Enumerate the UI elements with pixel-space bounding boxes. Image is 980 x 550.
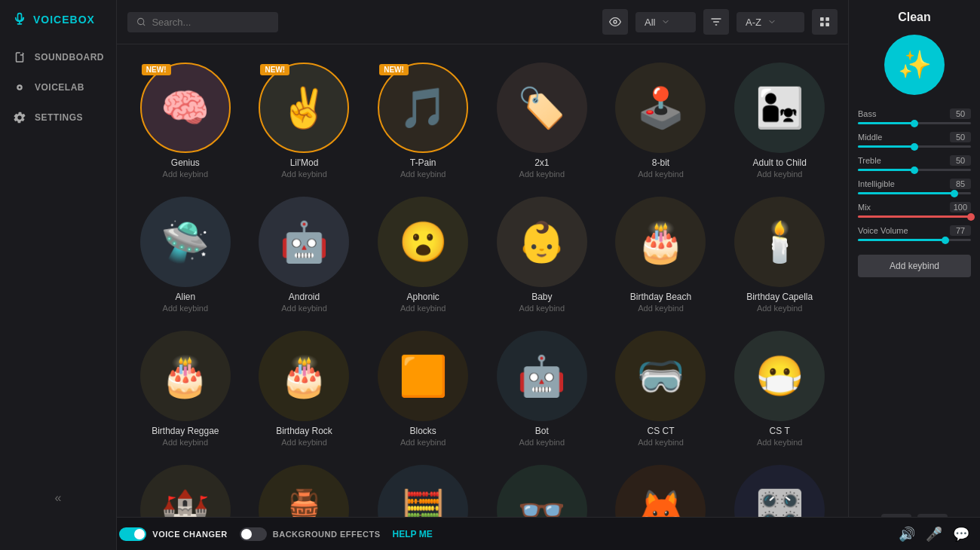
grid-customize-icon bbox=[819, 16, 831, 28]
slider-track[interactable] bbox=[858, 239, 971, 241]
sidebar-collapse-btn[interactable]: « bbox=[0, 484, 116, 512]
search-box[interactable] bbox=[127, 12, 278, 32]
help-link[interactable]: HELP ME bbox=[393, 529, 433, 539]
voice-card-adult-to-child[interactable]: 👨‍👧 Adult to Child Add keybind bbox=[723, 57, 836, 185]
sort-icon bbox=[710, 16, 722, 28]
voice-card-cs-ct[interactable]: 🥽 CS CT Add keybind bbox=[605, 325, 718, 453]
voice-card-baby[interactable]: 👶 Baby Add keybind bbox=[485, 191, 599, 319]
microphone-icon[interactable]: 🎤 bbox=[926, 526, 942, 542]
slider-track[interactable] bbox=[858, 192, 971, 194]
voice-keybind[interactable]: Add keybind bbox=[519, 170, 565, 179]
right-panel: Clean ✨ Bass 50 Middle 50 Treble bbox=[848, 0, 980, 550]
voice-card-android[interactable]: 🤖 Android Add keybind bbox=[248, 191, 361, 319]
slider-track[interactable] bbox=[858, 215, 971, 218]
background-effects-toggle[interactable] bbox=[240, 527, 267, 541]
slider-thumb bbox=[911, 167, 918, 174]
selected-voice-icon: ✨ bbox=[884, 35, 945, 95]
voice-keybind[interactable]: Add keybind bbox=[519, 438, 565, 447]
filter-select[interactable]: All bbox=[635, 12, 696, 32]
voice-card-genius[interactable]: NEW! 🧠 Genius Add keybind bbox=[129, 57, 242, 185]
voice-card-birthday-reggae[interactable]: 🎂 Birthday Reggae Add keybind bbox=[129, 325, 242, 453]
voice-keybind[interactable]: Add keybind bbox=[281, 438, 327, 447]
voice-card-birthday-capella[interactable]: 🕯️ Birthday Capella Add keybind bbox=[723, 191, 836, 319]
voice-emoji: 😮 bbox=[399, 219, 448, 265]
voice-icon-circle: 🏷️ bbox=[497, 63, 587, 153]
customize-button[interactable] bbox=[812, 9, 838, 35]
voice-keybind[interactable]: Add keybind bbox=[400, 304, 446, 313]
sort-select[interactable]: A-Z bbox=[737, 12, 804, 32]
sidebar-item-voicelab[interactable]: VOICELAB bbox=[0, 72, 116, 102]
voice-keybind[interactable]: Add keybind bbox=[281, 304, 327, 313]
voice-keybind[interactable]: Add keybind bbox=[281, 170, 327, 179]
slider-label-row: Voice Volume 77 bbox=[858, 225, 971, 236]
voice-card-lilmod[interactable]: NEW! ✌️ Lil'Mod Add keybind bbox=[248, 57, 361, 185]
voice-keybind[interactable]: Add keybind bbox=[638, 170, 684, 179]
voice-keybind[interactable]: Add keybind bbox=[519, 304, 565, 313]
voice-keybind[interactable]: Add keybind bbox=[757, 304, 803, 313]
voice-keybind[interactable]: Add keybind bbox=[638, 304, 684, 313]
voice-card-alien[interactable]: 🛸 Alien Add keybind bbox=[129, 191, 242, 319]
slider-thumb bbox=[911, 120, 918, 127]
voice-card-t-pain[interactable]: NEW! 🎵 T-Pain Add keybind bbox=[366, 57, 479, 185]
add-keybind-button[interactable]: Add keybind bbox=[858, 255, 971, 277]
settings-label: SETTINGS bbox=[35, 112, 83, 123]
voice-card-8-bit[interactable]: 🕹️ 8-bit Add keybind bbox=[605, 57, 718, 185]
voice-icon-wrap: 😷 bbox=[734, 331, 825, 421]
voice-card-aphonic[interactable]: 😮 Aphonic Add keybind bbox=[366, 191, 479, 319]
search-input[interactable] bbox=[152, 17, 269, 28]
voice-name: Android bbox=[289, 292, 320, 302]
voice-keybind[interactable]: Add keybind bbox=[400, 438, 446, 447]
voice-keybind[interactable]: Add keybind bbox=[400, 170, 446, 179]
slider-value: 85 bbox=[950, 179, 971, 189]
sidebar-item-settings[interactable]: SETTINGS bbox=[0, 102, 116, 133]
settings-icon bbox=[12, 110, 27, 125]
slider-track[interactable] bbox=[858, 145, 971, 148]
slider-fill bbox=[858, 192, 954, 194]
voice-card-bot[interactable]: 🤖 Bot Add keybind bbox=[485, 325, 599, 453]
voice-name: CS CT bbox=[647, 426, 674, 436]
voice-icon-wrap: 🕹️ bbox=[615, 63, 706, 153]
slider-voice-volume: Voice Volume 77 bbox=[858, 225, 971, 241]
slider-track[interactable] bbox=[858, 122, 971, 124]
voice-keybind[interactable]: Add keybind bbox=[638, 438, 684, 447]
app-logo: VOICEBOX bbox=[0, 9, 107, 42]
eye-toggle-button[interactable] bbox=[602, 9, 628, 35]
voice-keybind[interactable]: Add keybind bbox=[163, 438, 209, 447]
voice-grid: NEW! 🧠 Genius Add keybind NEW! ✌️ Lil'Mo… bbox=[129, 57, 836, 550]
voice-emoji: 🎂 bbox=[161, 353, 210, 399]
voice-emoji: 🛸 bbox=[161, 219, 210, 265]
voice-keybind[interactable]: Add keybind bbox=[163, 170, 209, 179]
toggle-knob-2 bbox=[134, 529, 145, 539]
voice-icon-circle: 🟧 bbox=[378, 331, 468, 421]
slider-label: Voice Volume bbox=[858, 226, 908, 235]
voice-keybind[interactable]: Add keybind bbox=[757, 438, 803, 447]
voice-name: Aphonic bbox=[406, 292, 439, 302]
voice-icon-circle: 🤖 bbox=[497, 331, 587, 421]
chat-icon[interactable]: 💬 bbox=[953, 526, 969, 542]
slider-middle: Middle 50 bbox=[858, 132, 971, 148]
voice-name: 8-bit bbox=[652, 157, 669, 168]
voice-card-birthday-rock[interactable]: 🎂 Birthday Rock Add keybind bbox=[248, 325, 361, 453]
slider-label: Middle bbox=[858, 133, 882, 142]
voice-card-2x1[interactable]: 🏷️ 2x1 Add keybind bbox=[485, 57, 599, 185]
slider-track[interactable] bbox=[858, 169, 971, 171]
slider-mix: Mix 100 bbox=[858, 202, 971, 218]
sidebar-item-soundboard[interactable]: SOUNDBOARD bbox=[0, 42, 116, 72]
voice-card-cs-t[interactable]: 😷 CS T Add keybind bbox=[723, 325, 836, 453]
slider-label-row: Mix 100 bbox=[858, 202, 971, 212]
slider-label-row: Treble 50 bbox=[858, 155, 971, 166]
voice-icon-wrap: 🎂 bbox=[615, 197, 706, 287]
voice-name: Alien bbox=[175, 292, 195, 302]
sort-icon-button[interactable] bbox=[703, 9, 729, 35]
voice-name: 2x1 bbox=[534, 157, 549, 168]
voice-card-birthday-beach[interactable]: 🎂 Birthday Beach Add keybind bbox=[605, 191, 718, 319]
voice-card-blocks[interactable]: 🟧 Blocks Add keybind bbox=[366, 325, 479, 453]
voice-emoji: 🎂 bbox=[280, 353, 329, 399]
voice-keybind[interactable]: Add keybind bbox=[163, 304, 209, 313]
voice-name: Birthday Rock bbox=[276, 426, 332, 436]
slider-fill bbox=[858, 145, 914, 148]
slider-fill bbox=[858, 169, 914, 171]
voice-keybind[interactable]: Add keybind bbox=[757, 170, 803, 179]
voice-changer-toggle[interactable] bbox=[119, 527, 146, 541]
volume-icon[interactable]: 🔊 bbox=[899, 526, 915, 542]
